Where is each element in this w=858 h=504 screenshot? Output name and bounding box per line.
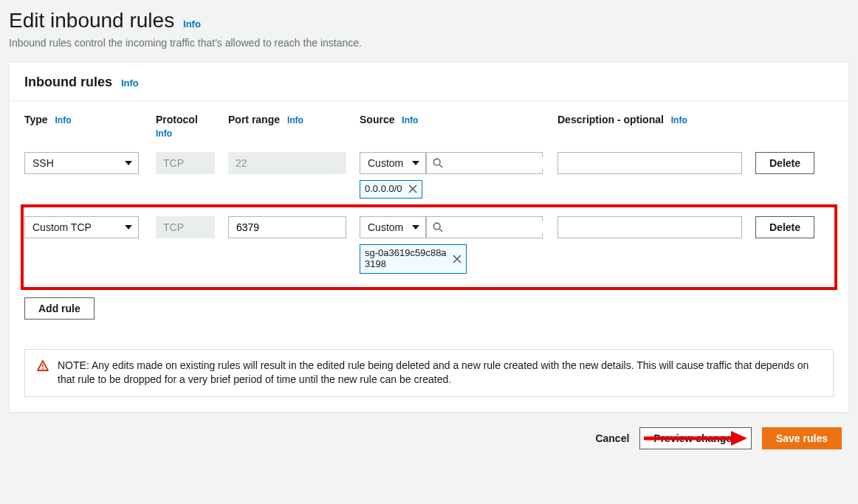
add-rule-button[interactable]: Add rule xyxy=(24,297,95,320)
close-icon[interactable] xyxy=(408,184,417,193)
svg-point-14 xyxy=(42,367,44,369)
col-source: Source xyxy=(360,114,394,125)
col-protocol: Protocol xyxy=(156,114,198,125)
protocol-readonly: TCP xyxy=(156,152,215,174)
source-search[interactable] xyxy=(426,152,543,174)
cancel-button[interactable]: Cancel xyxy=(595,432,629,444)
preview-changes-button[interactable]: Preview changes xyxy=(639,427,752,449)
highlighted-rule: Custom TCP TCP xyxy=(21,204,837,290)
svg-marker-6 xyxy=(125,225,132,229)
note-text: NOTE: Any edits made on existing rules w… xyxy=(58,359,821,387)
description-input[interactable] xyxy=(557,216,742,238)
col-desc-info[interactable]: Info xyxy=(671,115,687,125)
panel-info-link[interactable]: Info xyxy=(121,77,139,89)
col-desc: Description - optional xyxy=(557,114,664,125)
source-search[interactable] xyxy=(426,216,543,238)
port-readonly: 22 xyxy=(228,152,346,174)
source-mode-value: Custom xyxy=(368,221,403,233)
delete-button[interactable]: Delete xyxy=(755,152,814,174)
col-type: Type xyxy=(24,114,48,125)
page-info-link[interactable]: Info xyxy=(183,18,201,30)
svg-point-8 xyxy=(433,223,440,229)
col-port: Port range xyxy=(228,114,280,125)
svg-point-2 xyxy=(433,159,440,165)
source-mode-select[interactable]: Custom xyxy=(360,152,426,174)
description-input[interactable] xyxy=(557,152,742,174)
svg-line-9 xyxy=(439,229,442,232)
chevron-down-icon xyxy=(412,225,419,229)
note-box: NOTE: Any edits made on existing rules w… xyxy=(24,349,834,397)
source-mode-value: Custom xyxy=(368,157,403,169)
col-protocol-info[interactable]: Info xyxy=(156,128,172,139)
source-tag: sg-0a3619c59c88a3198 xyxy=(360,244,467,274)
search-icon xyxy=(433,222,443,232)
save-rules-button[interactable]: Save rules xyxy=(762,427,842,449)
col-port-info[interactable]: Info xyxy=(287,115,303,125)
chevron-down-icon xyxy=(125,225,132,229)
page-title: Edit inbound rules xyxy=(9,9,174,32)
type-value: Custom TCP xyxy=(32,221,92,233)
inbound-rules-panel: Inbound rules Info Type Info Protocol In… xyxy=(9,62,849,412)
col-source-info[interactable]: Info xyxy=(402,115,418,125)
svg-line-3 xyxy=(439,165,442,168)
type-select[interactable]: SSH xyxy=(24,152,139,174)
close-icon[interactable] xyxy=(453,255,461,263)
tag-text: sg-0a3619c59c88a3198 xyxy=(365,248,447,270)
source-tag: 0.0.0.0/0 xyxy=(360,180,422,199)
svg-marker-0 xyxy=(125,161,132,165)
source-mode-select[interactable]: Custom xyxy=(360,216,426,238)
type-select[interactable]: Custom TCP xyxy=(24,216,139,238)
tag-text: 0.0.0.0/0 xyxy=(365,184,402,195)
port-input[interactable] xyxy=(228,216,346,238)
chevron-down-icon xyxy=(125,161,132,165)
warning-icon xyxy=(37,360,49,372)
svg-marker-1 xyxy=(412,161,419,165)
protocol-readonly: TCP xyxy=(156,216,215,238)
type-value: SSH xyxy=(32,157,54,169)
col-type-info[interactable]: Info xyxy=(55,115,72,125)
search-icon xyxy=(433,158,443,168)
page-description: Inbound rules control the incoming traff… xyxy=(9,37,849,49)
chevron-down-icon xyxy=(412,161,419,165)
panel-title: Inbound rules xyxy=(24,75,112,89)
svg-marker-7 xyxy=(412,225,419,229)
delete-button[interactable]: Delete xyxy=(755,216,814,238)
